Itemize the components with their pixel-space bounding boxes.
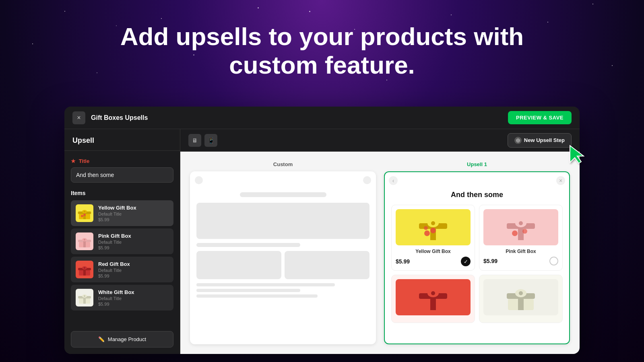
product-info: Yellow Gift Box Default Title $5.99 (98, 205, 169, 222)
selected-checkmark: ✓ (461, 257, 471, 266)
list-item[interactable]: White Gift Box Default Title $5.99 (71, 285, 173, 311)
hero-text: Add upsells to your products with custom… (120, 22, 524, 80)
preview-columns: Custom (180, 152, 580, 354)
product-name: White Gift Box (98, 289, 169, 295)
nav-left-dot (195, 176, 203, 184)
hero-line2: custom feature. (120, 51, 524, 79)
upsell-product-price-row: $5.99 (483, 257, 558, 265)
placeholder (196, 243, 300, 247)
svg-point-28 (424, 230, 430, 236)
upsell-card: ‹ × And then some (384, 171, 570, 344)
product-info: White Gift Box Default Title $5.99 (98, 289, 169, 306)
unselected-radio (549, 257, 558, 265)
svg-point-29 (430, 228, 436, 233)
upsell-product-card[interactable] (479, 275, 563, 323)
custom-card (190, 171, 376, 344)
edit-icon: ✏️ (98, 336, 105, 342)
hero-line1: Add upsells to your products with (120, 22, 524, 51)
placeholder (285, 251, 369, 279)
upsell-col-label: Upsell 1 (384, 161, 570, 167)
product-name: Pink Gift Box (98, 233, 169, 239)
upsell-title: And then some (391, 191, 563, 199)
placeholder (196, 289, 300, 292)
manage-product-button[interactable]: ✏️ Manage Product (71, 331, 173, 348)
mobile-view-button[interactable]: 📱 (204, 134, 217, 147)
product-thumbnail (76, 232, 93, 250)
upsell-products-grid: Yellow Gift Box $5.99 ✓ (391, 205, 563, 323)
placeholder (196, 283, 335, 286)
svg-point-6 (81, 215, 83, 217)
upsell-product-thumbnail (483, 279, 558, 315)
svg-point-35 (519, 221, 523, 225)
upsell-product-card[interactable] (391, 275, 475, 323)
product-variant: Default Title (98, 240, 169, 245)
product-name: Yellow Gift Box (98, 205, 169, 211)
desktop-view-button[interactable]: 🖥 (188, 134, 201, 147)
list-item[interactable]: Pink Gift Box Default Title $5.99 (71, 228, 173, 254)
svg-point-27 (431, 221, 435, 225)
required-asterisk: ★ (71, 158, 77, 164)
title-input[interactable] (71, 167, 173, 183)
new-upsell-step-button[interactable]: ⊕ New Upsell Step (508, 133, 572, 148)
title-field-label: ★ Title (71, 158, 173, 164)
new-upsell-label: New Upsell Step (524, 137, 565, 143)
items-label: Items (71, 190, 173, 196)
list-item[interactable]: Red Gift Box Default Title $5.99 (71, 257, 173, 282)
top-bar: × Gift Boxes Upsells PREVIEW & SAVE (64, 107, 580, 129)
product-thumbnail (76, 261, 93, 278)
upsell-product-thumbnail (396, 279, 471, 315)
placeholder (196, 203, 369, 239)
upsell-product-thumbnail (396, 209, 471, 245)
svg-point-42 (431, 291, 435, 295)
svg-point-7 (83, 214, 86, 216)
upsell-column: Upsell 1 ‹ × And then some (384, 161, 570, 344)
close-button[interactable]: × (72, 111, 85, 124)
placeholder-row (196, 251, 369, 279)
upsell-product-card[interactable]: Pink Gift Box $5.99 (479, 205, 563, 271)
sidebar-heading: Upsell (72, 136, 94, 144)
product-info: Pink Gift Box Default Title $5.99 (98, 233, 169, 250)
list-item[interactable]: Yellow Gift Box Default Title $5.99 (71, 200, 173, 226)
sidebar-content: ★ Title Items (64, 151, 180, 327)
svg-point-36 (512, 230, 518, 236)
nav-right-dot (363, 176, 371, 184)
nav-right-dot: × (556, 176, 565, 185)
product-variant: Default Title (98, 268, 169, 273)
preview-save-button[interactable]: PREVIEW & SAVE (508, 111, 572, 124)
upsell-product-thumbnail (483, 209, 558, 245)
preview-toolbar: 🖥 📱 ⊕ New Upsell Step (180, 129, 580, 152)
product-info: Red Gift Box Default Title $5.99 (98, 261, 169, 278)
product-name: Red Gift Box (98, 261, 169, 267)
app-window: × Gift Boxes Upsells PREVIEW & SAVE Upse… (64, 107, 580, 354)
plus-icon: ⊕ (514, 137, 522, 144)
nav-left-dot: ‹ (389, 176, 398, 185)
svg-point-47 (519, 291, 523, 295)
svg-point-22 (84, 295, 85, 297)
placeholder (240, 192, 326, 197)
preview-area: 🖥 📱 ⊕ New Upsell Step Custom (180, 129, 580, 354)
sidebar: Upsell ★ Title Items (64, 129, 180, 354)
svg-point-37 (522, 229, 527, 234)
custom-column: Custom (190, 161, 376, 344)
placeholder (196, 251, 281, 279)
upsell-product-price-row: $5.99 ✓ (396, 257, 471, 266)
product-price: $5.99 (98, 217, 169, 222)
product-variant: Default Title (98, 296, 169, 301)
upsell-product-price: $5.99 (396, 258, 410, 265)
upsell-product-name: Yellow Gift Box (415, 249, 450, 254)
custom-col-label: Custom (190, 161, 376, 167)
placeholder (196, 294, 318, 298)
svg-point-12 (84, 239, 85, 241)
manage-product-label: Manage Product (108, 336, 146, 342)
product-price: $5.99 (98, 274, 169, 278)
upsell-product-price: $5.99 (483, 258, 497, 264)
svg-point-30 (424, 226, 428, 230)
sidebar-header: Upsell (64, 129, 180, 151)
main-area: Upsell ★ Title Items (64, 129, 580, 354)
window-title: Gift Boxes Upsells (91, 114, 508, 121)
product-price: $5.99 (98, 302, 169, 306)
svg-point-17 (84, 267, 85, 269)
product-price: $5.99 (98, 245, 169, 250)
upsell-product-card[interactable]: Yellow Gift Box $5.99 ✓ (391, 205, 475, 271)
upsell-product-name: Pink Gift Box (506, 249, 536, 254)
